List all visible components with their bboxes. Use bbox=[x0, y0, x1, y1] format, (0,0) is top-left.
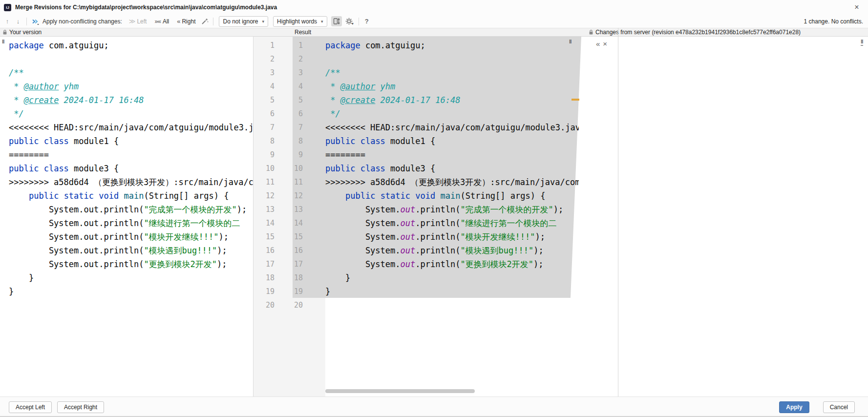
result-editor[interactable]: package com.atguigu;/** * @author yhm * … bbox=[325, 39, 579, 312]
line-number: 14 bbox=[276, 216, 303, 230]
code-line: public static void main(String[] args) { bbox=[9, 189, 253, 203]
line-number: 5 bbox=[276, 93, 303, 107]
left-panel-header: Your version bbox=[2, 29, 42, 36]
line-number: 11 bbox=[276, 175, 303, 189]
apply-all-non-conflicting-icon[interactable] bbox=[31, 17, 40, 26]
line-number: 6 bbox=[253, 107, 275, 121]
code-line: >>>>>>>> a58d6d4 （更换到模块3开发）:src/main/jav… bbox=[325, 175, 579, 189]
previous-change-button[interactable]: ↑ bbox=[3, 17, 12, 26]
code-line: } bbox=[325, 285, 579, 298]
line-number: 4 bbox=[276, 80, 303, 93]
code-line: System.out.println("完成第一个模块的开发"); bbox=[325, 203, 579, 216]
line-number: 3 bbox=[253, 66, 275, 80]
line-number: 15 bbox=[276, 230, 303, 244]
line-number: 8 bbox=[276, 134, 303, 148]
apply-change-icon[interactable]: « bbox=[596, 40, 600, 48]
code-line: * @author yhm bbox=[9, 80, 253, 93]
line-number: 9 bbox=[276, 148, 303, 162]
apply-button[interactable]: Apply bbox=[779, 401, 809, 413]
close-icon[interactable]: × bbox=[851, 2, 862, 13]
apply-all-button[interactable]: »« All bbox=[154, 18, 169, 25]
toolbar-separator bbox=[26, 18, 27, 25]
center-panel-header: Result bbox=[295, 29, 311, 36]
accept-left-button[interactable]: Accept Left bbox=[9, 401, 52, 413]
toolbar: ↑ ↓ Apply non-conflicting changes: ≫ Lef… bbox=[0, 15, 868, 28]
apply-left-button[interactable]: ≫ Left bbox=[129, 18, 147, 25]
help-icon[interactable]: ? bbox=[365, 18, 369, 25]
code-line: System.out.println("模块开发继续!!!"); bbox=[325, 230, 579, 244]
double-chevron-left-icon: « bbox=[177, 18, 180, 25]
cancel-button[interactable]: Cancel bbox=[823, 401, 855, 413]
chevron-down-icon: ▾ bbox=[321, 19, 323, 24]
code-line: package com.atguigu; bbox=[9, 39, 253, 52]
double-chevron-right-icon: ≫ bbox=[129, 18, 135, 25]
apply-all-label: All bbox=[163, 18, 169, 25]
code-line: * @author yhm bbox=[325, 80, 579, 93]
panel-headers: Your version Result Changes from server … bbox=[0, 28, 868, 37]
line-number: 13 bbox=[276, 203, 303, 216]
highlight-mode-dropdown[interactable]: Highlight words ▾ bbox=[273, 16, 327, 27]
lock-icon bbox=[589, 29, 593, 35]
line-number: 17 bbox=[253, 257, 275, 271]
chevrons-inward-icon: »« bbox=[154, 18, 160, 25]
line-number: 12 bbox=[253, 189, 275, 203]
change-action-buttons: « × bbox=[596, 40, 607, 48]
line-number: 9 bbox=[253, 148, 275, 162]
code-line: public class module3 { bbox=[325, 162, 579, 175]
line-number: 13 bbox=[253, 203, 275, 216]
line-number: 1 bbox=[253, 39, 275, 52]
apply-right-button[interactable]: « Right bbox=[177, 18, 195, 25]
next-change-button[interactable]: ↓ bbox=[14, 17, 22, 26]
your-version-editor[interactable]: package com.atguigu;/** * @author yhm * … bbox=[0, 39, 253, 312]
lock-icon bbox=[2, 29, 7, 35]
line-number: 18 bbox=[276, 271, 303, 285]
code-line: public class module1 { bbox=[325, 134, 579, 148]
line-number: 10 bbox=[253, 162, 275, 175]
code-line bbox=[325, 298, 579, 312]
ignore-policy-dropdown[interactable]: Do not ignore ▾ bbox=[219, 16, 268, 27]
line-number: 2 bbox=[276, 52, 303, 66]
code-line: * @create 2024-01-17 16:48 bbox=[325, 93, 579, 107]
synchronize-scrolling-toggle[interactable] bbox=[331, 16, 342, 26]
title-bar: IJ Merge Revisions for C:\mybigdata\proj… bbox=[0, 0, 868, 15]
line-number: 8 bbox=[253, 134, 275, 148]
changes-status-text: 1 change. No conflicts. bbox=[804, 18, 863, 25]
code-line: } bbox=[325, 271, 579, 285]
line-number: 3 bbox=[276, 66, 303, 80]
line-number: 5 bbox=[253, 93, 275, 107]
ignore-change-icon[interactable]: × bbox=[603, 40, 607, 48]
code-line bbox=[9, 52, 253, 66]
window-title: Merge Revisions for C:\mybigdata\project… bbox=[15, 4, 277, 11]
line-number: 16 bbox=[276, 244, 303, 257]
modified-line-marker bbox=[572, 99, 579, 101]
line-number: 1 bbox=[276, 39, 303, 52]
line-number: 19 bbox=[276, 285, 303, 298]
right-caret-marker: ‖ bbox=[861, 39, 863, 46]
code-line: System.out.println("继续进行第一个模块的二 bbox=[9, 216, 253, 230]
result-line-numbers-left: 1234567891011121314151617181920 bbox=[253, 39, 275, 312]
line-number: 2 bbox=[253, 52, 275, 66]
magic-resolve-icon[interactable] bbox=[200, 17, 209, 26]
right-panel-title: Changes from server (revision e478a232b1… bbox=[595, 29, 801, 36]
code-line: System.out.println("模块遇到bug!!!"); bbox=[325, 244, 579, 257]
result-line-numbers-right: 1234567891011121314151617181920 bbox=[276, 39, 303, 312]
code-line: */ bbox=[325, 107, 579, 121]
center-panel-title: Result bbox=[295, 29, 311, 36]
horizontal-scrollbar-thumb[interactable] bbox=[325, 389, 475, 393]
line-number: 6 bbox=[276, 107, 303, 121]
code-line: public class module3 { bbox=[9, 162, 253, 175]
accept-right-button[interactable]: Accept Right bbox=[57, 401, 104, 413]
code-line: System.out.println("继续进行第一个模块的二 bbox=[325, 216, 579, 230]
code-line bbox=[9, 298, 253, 312]
code-line: } bbox=[9, 271, 253, 285]
settings-gear-icon[interactable]: ▾ bbox=[345, 18, 354, 25]
line-number: 7 bbox=[253, 121, 275, 134]
line-number: 12 bbox=[276, 189, 303, 203]
code-line: public static void main(String[] args) { bbox=[325, 189, 579, 203]
dialog-footer: Accept Left Accept Right Apply Cancel bbox=[0, 396, 868, 417]
chevron-down-icon: ▾ bbox=[262, 19, 265, 24]
line-number: 4 bbox=[253, 80, 275, 93]
code-line: package com.atguigu; bbox=[325, 39, 579, 52]
toolbar-separator bbox=[359, 18, 359, 25]
code-line: System.out.println("模块遇到bug!!!"); bbox=[9, 244, 253, 257]
